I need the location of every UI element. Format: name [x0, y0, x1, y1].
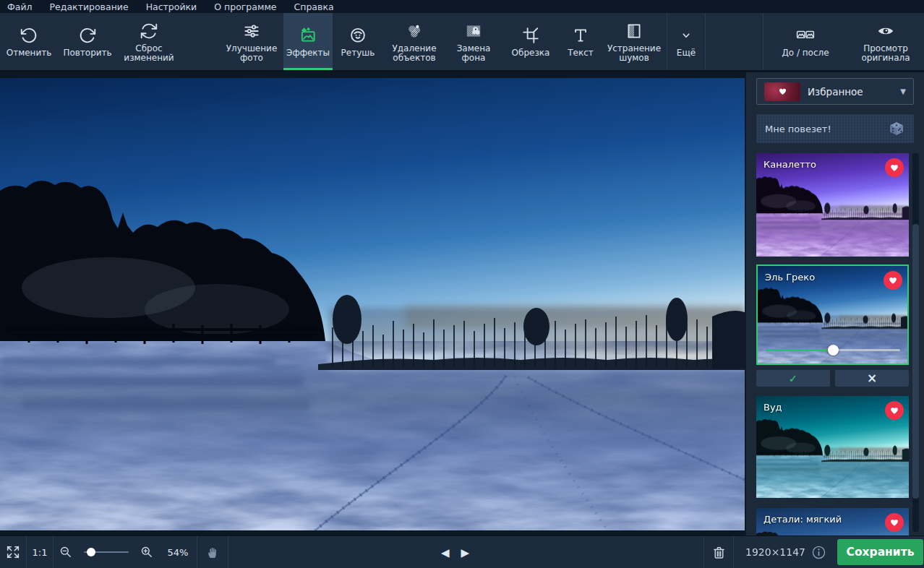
save-button-label: Сохранить: [847, 546, 915, 559]
close-icon: ×: [867, 372, 877, 384]
filter-card-details-soft[interactable]: Детали: мягкий: [756, 508, 909, 535]
collection-label: Избранное: [808, 86, 893, 98]
tool-text-label: Текст: [568, 48, 594, 58]
retouch-icon: [348, 25, 367, 46]
zoom-out-icon: [59, 545, 73, 559]
crop-icon: [521, 25, 540, 46]
slider-knob[interactable]: [828, 345, 839, 356]
photo-canvas[interactable]: [0, 78, 745, 530]
photo-navigation: ◀ ▶: [441, 536, 469, 568]
menu-bar: Файл Редактирование Настройки О программ…: [0, 0, 924, 13]
lucky-button[interactable]: Мне повезет!: [756, 114, 914, 143]
cancel-filter-button[interactable]: ×: [835, 370, 909, 387]
trash-icon: [711, 545, 727, 560]
tool-effects-button[interactable]: Эффекты: [283, 13, 333, 70]
redo-icon: [78, 25, 97, 46]
canvas-area[interactable]: [0, 72, 745, 535]
tool-crop-label: Обрезка: [512, 48, 550, 58]
menu-about[interactable]: О программе: [214, 1, 276, 12]
menu-settings[interactable]: Настройки: [146, 1, 197, 12]
tool-crop-button[interactable]: Обрезка: [502, 13, 560, 70]
reset-label: Сброс изменений: [119, 44, 179, 63]
tool-denoise-button[interactable]: Устранение шумов: [602, 13, 667, 70]
menu-edit[interactable]: Редактирование: [50, 1, 129, 12]
sidebar-scrollbar[interactable]: [912, 153, 919, 532]
zoom-out-button[interactable]: [54, 545, 78, 559]
object-removal-icon: [405, 20, 424, 42]
heart-icon: [889, 517, 899, 528]
save-button[interactable]: Сохранить: [837, 539, 923, 565]
slider-fill: [765, 349, 833, 351]
before-after-button[interactable]: До / после: [763, 13, 847, 70]
toolbar: Отменить Повторить Сброс изменений Улучш…: [0, 13, 924, 72]
tool-background-replace-button[interactable]: Замена фона: [445, 13, 502, 70]
intensity-slider[interactable]: [765, 345, 900, 355]
image-dimensions-value: 1920×1147: [745, 546, 805, 558]
toolbar-spacer: [706, 13, 763, 70]
adjust-sliders-icon: [242, 20, 261, 42]
delete-photo-button[interactable]: [704, 545, 733, 560]
check-icon: ✓: [789, 372, 798, 385]
filter-card-wood[interactable]: Вуд: [756, 396, 909, 498]
filter-list: Каналетто Эль Греко ✓: [756, 153, 909, 535]
heart-icon: [778, 87, 787, 96]
tool-denoise-label: Устранение шумов: [603, 44, 665, 63]
undo-button[interactable]: Отменить: [0, 13, 58, 70]
filter-card-canaletto[interactable]: Каналетто: [756, 153, 909, 257]
reset-changes-button[interactable]: Сброс изменений: [117, 13, 181, 70]
actual-size-label: 1:1: [33, 547, 48, 558]
filter-card-el-greco[interactable]: Эль Греко: [756, 264, 909, 365]
favorite-heart-button[interactable]: [885, 158, 904, 177]
next-photo-button[interactable]: ▶: [461, 546, 470, 559]
tool-object-removal-button[interactable]: Удаление объектов: [383, 13, 445, 70]
zoom-percent-value: 54%: [168, 547, 189, 558]
undo-label: Отменить: [7, 48, 52, 58]
tool-object-removal-label: Удаление объектов: [385, 44, 444, 63]
dice-icon: [888, 120, 905, 137]
filter-name: Вуд: [763, 402, 782, 413]
before-after-label: До / после: [782, 48, 829, 58]
zoom-slider[interactable]: [84, 547, 129, 557]
text-icon: [571, 25, 590, 46]
background-replace-icon: [464, 20, 483, 42]
tool-effects-label: Эффекты: [286, 48, 330, 58]
menu-file[interactable]: Файл: [7, 1, 33, 12]
previous-photo-button[interactable]: ◀: [441, 546, 450, 559]
filter-name: Детали: мягкий: [763, 514, 842, 525]
apply-filter-button[interactable]: ✓: [756, 370, 830, 387]
tool-retouch-button[interactable]: Ретушь: [333, 13, 383, 70]
tool-background-replace-label: Замена фона: [447, 44, 500, 63]
zoom-in-button[interactable]: [134, 545, 159, 559]
dropdown-arrow-icon: ▼: [900, 87, 906, 95]
lucky-label: Мне повезет!: [765, 124, 888, 134]
favorites-thumbnail: [764, 82, 800, 101]
slider-knob[interactable]: [87, 548, 95, 556]
hand-tool-button[interactable]: [197, 545, 228, 560]
reset-icon: [140, 20, 158, 42]
fit-to-screen-button[interactable]: [0, 544, 26, 560]
undo-icon: [20, 25, 38, 46]
favorite-heart-button[interactable]: [885, 401, 904, 420]
favorite-heart-button[interactable]: [884, 271, 902, 290]
tool-text-button[interactable]: Текст: [560, 13, 602, 70]
workspace: Избранное ▼ Мне повезет! Каналетто: [0, 72, 924, 535]
zoom-in-icon: [140, 545, 154, 559]
tool-enhance-button[interactable]: Улучшение фото: [220, 13, 283, 70]
filter-name: Эль Греко: [765, 272, 815, 283]
collection-dropdown[interactable]: Избранное ▼: [756, 78, 914, 105]
scrollbar-thumb[interactable]: [912, 224, 919, 499]
favorite-heart-button[interactable]: [885, 513, 904, 532]
actual-size-button[interactable]: 1:1: [27, 547, 53, 558]
image-info-button[interactable]: [811, 545, 826, 560]
heart-icon: [889, 163, 899, 173]
more-tools-button[interactable]: Ещё: [667, 13, 705, 70]
redo-label: Повторить: [63, 48, 111, 58]
redo-button[interactable]: Повторить: [58, 13, 117, 70]
heart-icon: [889, 405, 899, 416]
menu-help[interactable]: Справка: [294, 1, 334, 12]
filter-name: Каналетто: [763, 159, 816, 170]
image-dimensions: 1920×1147: [734, 546, 805, 558]
tool-enhance-label: Улучшение фото: [221, 44, 282, 63]
effects-sidebar: Избранное ▼ Мне повезет! Каналетто: [745, 72, 924, 535]
view-original-button[interactable]: Просмотр оригинала: [847, 13, 924, 70]
